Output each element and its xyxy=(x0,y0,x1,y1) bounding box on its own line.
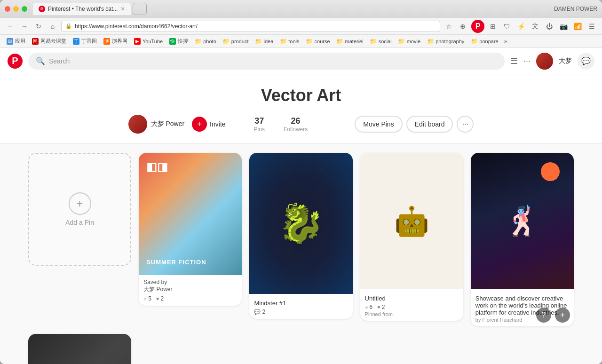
invite-plus-icon: + xyxy=(192,117,207,132)
grid-icon[interactable]: ⊞ xyxy=(487,21,499,32)
saves-icon-3: ⟐ xyxy=(365,304,368,310)
search-icon: 🔍 xyxy=(36,56,45,65)
bookmark-course[interactable]: 📁 course xyxy=(303,37,333,46)
bookmark-social[interactable]: 📁 social xyxy=(367,37,395,46)
board-actions: Move Pins Edit board ··· xyxy=(355,116,474,133)
bookmark-ding[interactable]: 丁 丁香园 xyxy=(70,37,100,46)
pinterest-logo[interactable]: P xyxy=(8,54,23,69)
power-icon[interactable]: ⏻ xyxy=(544,21,555,32)
pin-stats-summer: ⟐ 5 ♥ 2 xyxy=(143,295,237,302)
bookmark-apps[interactable]: ⊞ 应用 xyxy=(4,37,28,46)
browser-window: P Pinterest • The world's cat... ✕ DAMEN… xyxy=(0,0,602,364)
owner-avatar xyxy=(128,115,147,134)
nav-bar: ← → ↻ ⌂ 🔒 https://www.pinterest.com/damo… xyxy=(0,18,602,35)
pin-info-summer-fiction: Saved by 大梦 Power ⟐ 5 ♥ 2 xyxy=(139,275,242,306)
active-tab[interactable]: P Pinterest • The world's cat... ✕ xyxy=(33,3,131,15)
bookmark-materiel-label: materiel xyxy=(345,39,364,44)
invite-button[interactable]: + Invite xyxy=(192,117,225,132)
pin-saves-stat: ⟐ 5 xyxy=(143,295,151,302)
ding-bm-icon: 丁 xyxy=(73,38,79,45)
pinterest-header: P 🔍 Search ☰ ··· 大梦 💬 xyxy=(0,48,602,74)
bookmark-ding-label: 丁香园 xyxy=(81,38,97,45)
more-options-button[interactable]: ··· xyxy=(457,116,474,133)
invite-label: Invite xyxy=(210,120,225,128)
pin-likes-stat-3: ♥ 2 xyxy=(377,304,385,310)
idea-folder-icon: 📁 xyxy=(255,38,261,45)
pin-add-button-showcase[interactable]: + xyxy=(555,308,570,323)
pin-card-bottom[interactable]: 🎭 xyxy=(28,334,131,364)
move-pins-button[interactable]: Move Pins xyxy=(355,116,402,133)
user-name-header[interactable]: 大梦 xyxy=(559,57,572,65)
close-button[interactable] xyxy=(5,6,10,12)
new-tab-button[interactable] xyxy=(133,3,147,15)
messages-icon[interactable]: 💬 xyxy=(578,53,594,70)
bookmark-movie[interactable]: 📁 movie xyxy=(396,37,423,46)
search-bar[interactable]: 🔍 Search xyxy=(28,53,505,70)
pin-info-button-showcase[interactable]: ? xyxy=(536,308,551,323)
bookmark-yan[interactable]: 演 演界网 xyxy=(101,37,130,46)
product-folder-icon: 📁 xyxy=(223,38,230,45)
bookmark-movie-label: movie xyxy=(407,39,420,44)
wifi-icon[interactable]: 📶 xyxy=(572,21,583,32)
translate-icon[interactable]: 文 xyxy=(530,21,541,32)
more-dots-icon: ··· xyxy=(462,120,468,128)
pin-info-untitled: Untitled ⟐ 6 ♥ 2 Pinned from xyxy=(360,289,463,321)
owner-name: 大梦 Power xyxy=(151,120,185,128)
bookmark-photo[interactable]: 📁 photo xyxy=(192,37,219,46)
bookmark-idea[interactable]: 📁 idea xyxy=(252,37,276,46)
minimize-button[interactable] xyxy=(13,6,19,12)
pin-art-mindster: 🐉 xyxy=(249,153,352,294)
edit-board-button[interactable]: Edit board xyxy=(406,116,453,133)
pin-card-summer-fiction[interactable]: SUMMER FICTION Saved by 大梦 Power ⟐ 5 ♥ xyxy=(139,153,242,306)
pin-art-showcase: 🕺 xyxy=(471,153,574,289)
jisu-bm-icon: 快 xyxy=(169,38,176,45)
photography-folder-icon: 📁 xyxy=(427,38,434,45)
tab-close-icon[interactable]: ✕ xyxy=(120,6,125,12)
pin-card-showcase[interactable]: 🕺 Showcase and discover creative work on… xyxy=(471,153,574,326)
pinterest-app: P 🔍 Search ☰ ··· 大梦 💬 Vector Art xyxy=(0,48,602,364)
bookmark-youtube-label: YouTube xyxy=(143,39,163,44)
forward-button[interactable]: → xyxy=(19,21,30,32)
pin-card-mindster[interactable]: 🐉 Mindster #1 💬 2 xyxy=(249,153,352,319)
pin-card-untitled[interactable]: 🤖 Untitled ⟐ 6 ♥ 2 xyxy=(360,153,463,321)
comments-count: 2 xyxy=(262,309,265,315)
pin-title-mindster: Mindster #1 xyxy=(254,300,348,307)
board-meta-left: 大梦 Power + Invite xyxy=(128,115,226,134)
header-dots-icon[interactable]: ··· xyxy=(523,56,531,66)
url-bar[interactable]: 🔒 https://www.pinterest.com/damon4662/ve… xyxy=(61,21,440,32)
bookmark-youtube[interactable]: ▶ YouTube xyxy=(131,37,166,46)
menu-icon[interactable]: ☰ xyxy=(586,21,597,32)
bookmark-tools[interactable]: 📁 tools xyxy=(277,37,302,46)
bookmark-star-icon[interactable]: ☆ xyxy=(443,21,454,32)
comments-icon: 💬 xyxy=(254,309,261,315)
bookmark-163[interactable]: 网 网易云课堂 xyxy=(29,37,69,46)
pins-stat: 37 Pins xyxy=(254,116,265,133)
bookmark-photography[interactable]: 📁 photography xyxy=(424,37,467,46)
add-pin-card[interactable]: + Add a Pin xyxy=(28,153,131,266)
user-profile[interactable]: 大梦 Power xyxy=(128,115,185,134)
bookmarks-more-button[interactable]: » xyxy=(502,37,509,46)
bookmark-materiel[interactable]: 📁 materiel xyxy=(334,37,366,46)
likes-icon-3: ♥ xyxy=(377,304,380,310)
pin-saved-by-label: Saved by xyxy=(143,279,237,285)
shield-icon[interactable]: 🛡 xyxy=(501,21,513,32)
url-text: https://www.pinterest.com/damon4662/vect… xyxy=(75,23,436,30)
bookmark-tools-label: tools xyxy=(288,39,299,44)
refresh-button[interactable]: ↻ xyxy=(33,21,44,32)
user-avatar-header[interactable] xyxy=(536,53,553,70)
extensions-icon[interactable]: ⊕ xyxy=(457,21,468,32)
bookmark-kuaisou[interactable]: 快 快搜 xyxy=(166,37,191,46)
vpn-icon[interactable]: ⚡ xyxy=(515,21,527,32)
header-menu-icon[interactable]: ☰ xyxy=(510,56,518,66)
board-header: Vector Art 大梦 Power + Invite xyxy=(0,74,602,143)
home-button[interactable]: ⌂ xyxy=(47,21,58,32)
pin-saves-stat-3: ⟐ 6 xyxy=(365,304,373,310)
pin-grid: + Add a Pin SUMMER FICTION Saved by 大梦 P… xyxy=(0,143,602,364)
maximize-button[interactable] xyxy=(22,6,27,12)
bookmark-product[interactable]: 📁 product xyxy=(220,37,252,46)
back-button[interactable]: ← xyxy=(5,21,16,32)
pinterest-nav-icon[interactable]: P xyxy=(471,20,484,33)
bookmark-ponpare[interactable]: 📁 ponpare xyxy=(468,37,501,46)
screenshot-icon[interactable]: 📷 xyxy=(558,21,569,32)
163-bm-icon: 网 xyxy=(32,38,39,45)
